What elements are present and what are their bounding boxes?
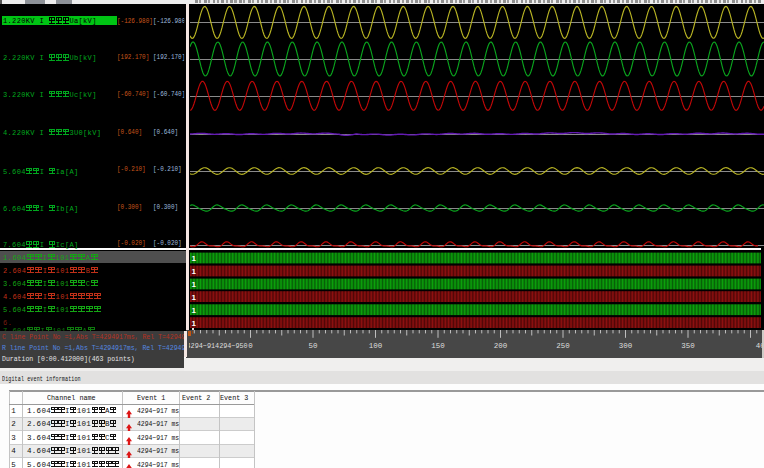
svg-text:50: 50 [308, 342, 318, 350]
svg-text:300: 300 [618, 342, 632, 350]
svg-text:4294~914294~950: 4294~914294~950 [189, 342, 248, 350]
svg-text:350: 350 [681, 342, 695, 350]
svg-text:0: 0 [248, 342, 253, 350]
svg-text:250: 250 [556, 342, 570, 350]
svg-text:200: 200 [493, 342, 507, 350]
svg-text:150: 150 [431, 342, 445, 350]
svg-text:100: 100 [368, 342, 382, 350]
